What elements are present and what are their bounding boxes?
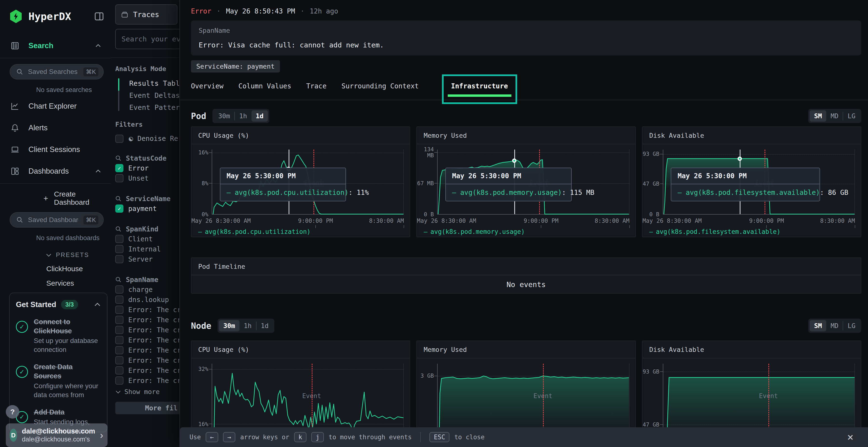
preset-dashboard-services[interactable]: Services xyxy=(46,279,111,287)
presets-toggle[interactable]: PRESETS xyxy=(46,251,111,259)
checkbox[interactable] xyxy=(115,376,123,385)
checkbox[interactable] xyxy=(115,306,123,314)
chart-legend[interactable]: —avg(k8s.pod.filesystem.available) xyxy=(649,228,861,235)
filter-option[interactable]: Error: The cr xyxy=(115,345,179,355)
chevron-up-icon[interactable] xyxy=(94,303,101,307)
checkbox[interactable] xyxy=(115,336,123,344)
filter-option[interactable]: dns.lookup xyxy=(115,295,179,305)
j-key[interactable]: j xyxy=(311,432,324,442)
preset-dashboard-clickhouse[interactable]: ClickHouse xyxy=(46,265,111,273)
chart-plot-area[interactable]: Event May 26 5:30:00 PM — avg(k8s.pod.me… xyxy=(437,149,629,215)
filter-option[interactable]: Internal xyxy=(115,244,179,254)
tab-column-values[interactable]: Column Values xyxy=(239,82,291,90)
filter-option[interactable]: Error: The cr xyxy=(115,315,179,325)
sidebar-item-chart-explorer[interactable]: Chart Explorer xyxy=(0,95,111,117)
node-time-range-toggle: 30m1h1d xyxy=(217,319,274,333)
filter-option[interactable]: ✓ Error xyxy=(115,163,179,173)
more-filters-button[interactable]: More fil xyxy=(115,402,179,414)
service-name-chip[interactable]: ServiceName: payment xyxy=(191,60,280,72)
tab-trace[interactable]: Trace xyxy=(306,82,327,90)
create-dashboard-button[interactable]: + Create Dashboard xyxy=(43,190,111,206)
denoise-results-row[interactable]: ◐ Denoise Re xyxy=(115,134,179,143)
y-axis-tick: 0% xyxy=(202,211,208,217)
checkbox[interactable] xyxy=(115,366,123,375)
analysis-mode-event-deltas[interactable]: Event Deltas xyxy=(129,89,179,101)
pod-range-1h[interactable]: 1h xyxy=(235,110,251,122)
node-range-30m[interactable]: 30m xyxy=(219,320,240,332)
saved-searches-input[interactable] xyxy=(28,68,79,76)
filter-option[interactable]: Unset xyxy=(115,173,179,183)
checkbox[interactable] xyxy=(115,245,123,253)
filter-option[interactable]: Client xyxy=(115,234,179,244)
left-arrow-key[interactable]: ← xyxy=(206,432,218,442)
pod-size-lg[interactable]: LG xyxy=(843,110,860,122)
checkbox[interactable] xyxy=(115,255,123,263)
filter-option[interactable]: Error: The cr xyxy=(115,355,179,365)
filter-option[interactable]: ✓ payment xyxy=(115,204,179,214)
filter-group-header: SpanName xyxy=(115,275,179,284)
chart-legend[interactable]: —avg(k8s.pod.memory.usage) xyxy=(424,228,635,235)
sidebar-item-client-sessions[interactable]: Client Sessions xyxy=(0,138,111,160)
checkbox[interactable] xyxy=(115,285,123,294)
checkbox[interactable] xyxy=(115,316,123,324)
k-key[interactable]: k xyxy=(294,432,307,442)
y-axis-tick: 16% xyxy=(198,421,208,427)
show-more-button[interactable]: Show more xyxy=(115,388,179,396)
node-range-1d[interactable]: 1d xyxy=(256,320,273,332)
node-range-1h[interactable]: 1h xyxy=(240,320,256,332)
filter-option[interactable]: Error: The cr xyxy=(115,305,179,315)
checkbox[interactable] xyxy=(115,356,123,365)
filter-option[interactable]: Error: The cr xyxy=(115,375,179,386)
sidebar-item-dashboards[interactable]: Dashboards xyxy=(0,160,111,182)
analysis-mode-results-table[interactable]: Results Table xyxy=(129,77,179,89)
get-started-item[interactable]: ✓ Create Data Sources Configure where yo… xyxy=(16,363,101,399)
chart-plot-area[interactable]: Event May 26 5:30:00 PM — avg(k8s.pod.cp… xyxy=(212,149,404,215)
filter-option[interactable]: Server xyxy=(115,254,179,264)
filter-option[interactable]: Error: The cr xyxy=(115,365,179,375)
node-size-md[interactable]: MD xyxy=(826,320,843,332)
esc-key[interactable]: ESC xyxy=(429,432,450,442)
right-arrow-key[interactable]: → xyxy=(223,432,236,442)
detail-tabs: OverviewColumn ValuesTraceSurrounding Co… xyxy=(180,72,868,100)
tab-overview[interactable]: Overview xyxy=(191,82,223,90)
chart-title: Memory Used xyxy=(417,127,635,144)
checkbox[interactable] xyxy=(115,346,123,354)
get-started-item[interactable]: ✓ Connect to ClickHouse Set up your data… xyxy=(16,317,101,354)
help-button[interactable]: ? xyxy=(6,405,19,419)
filter-option[interactable]: charge xyxy=(115,284,179,295)
node-size-lg[interactable]: LG xyxy=(843,320,860,332)
saved-searches-pill[interactable]: ⌘K xyxy=(10,64,104,79)
close-icon[interactable]: × xyxy=(847,432,854,442)
source-select[interactable]: Traces xyxy=(115,4,178,25)
sidebar-collapse-icon[interactable] xyxy=(94,12,104,21)
checkbox[interactable] xyxy=(115,235,123,243)
chart-plot-area[interactable]: Event May 26 5:30:00 PM — avg(k8s.pod.fi… xyxy=(663,149,855,215)
node-size-sm[interactable]: SM xyxy=(810,320,826,332)
pod-size-sm[interactable]: SM xyxy=(810,110,826,122)
tooltip-metric: avg(k8s.pod.memory.usage) xyxy=(460,188,562,197)
sidebar-item-alerts[interactable]: Alerts xyxy=(0,117,111,138)
tab-surrounding-context[interactable]: Surrounding Context xyxy=(341,82,418,90)
denoise-checkbox[interactable] xyxy=(115,135,123,143)
checkbox[interactable]: ✓ xyxy=(115,204,123,213)
sidebar-nav: Search xyxy=(0,35,111,58)
checkbox[interactable]: ✓ xyxy=(115,164,123,172)
sidebar-item-search[interactable]: Search xyxy=(0,35,111,56)
pod-range-30m[interactable]: 30m xyxy=(214,110,235,122)
user-account-chip[interactable]: D dale@clickhouse.com dale@clickhouse.co… xyxy=(6,423,107,447)
hyperdx-app: HyperDX Search ⌘K No saved searches Char… xyxy=(0,0,868,447)
pod-size-md[interactable]: MD xyxy=(826,110,843,122)
checkbox[interactable] xyxy=(115,326,123,334)
checkbox[interactable] xyxy=(115,296,123,304)
event-search-input[interactable] xyxy=(115,29,179,49)
saved-dashboards-input[interactable] xyxy=(28,216,79,224)
checkbox[interactable] xyxy=(115,174,123,182)
chart-legend[interactable]: —avg(k8s.pod.cpu.utilization) xyxy=(198,228,410,235)
filter-option[interactable]: Error: The cr xyxy=(115,335,179,345)
filter-option[interactable]: Error: The cr xyxy=(115,325,179,335)
saved-dashboards-pill[interactable]: ⌘K xyxy=(10,212,104,228)
x-axis: May 26 8:30:00 AM9:00:00 PM8:30:00 AM xyxy=(212,215,404,225)
tab-infrastructure[interactable]: Infrastructure xyxy=(451,82,508,90)
pod-range-1d[interactable]: 1d xyxy=(251,110,268,122)
analysis-mode-event-patterns[interactable]: Event Patterns xyxy=(129,101,179,113)
